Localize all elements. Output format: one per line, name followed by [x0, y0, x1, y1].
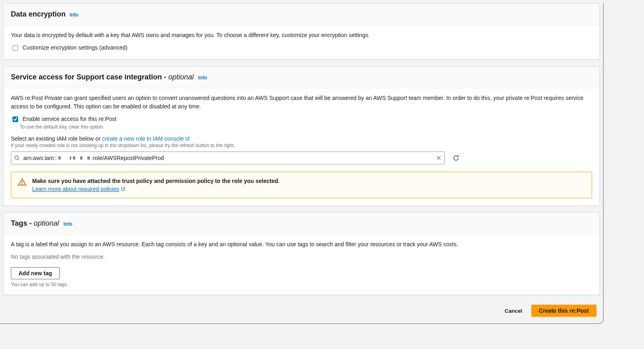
- learn-more-policies-link[interactable]: Learn more about required policies: [32, 186, 126, 192]
- role-combobox[interactable]: arn:aws:iam:: :role/AWSRepostPrivateProd: [11, 152, 445, 164]
- select-role-label: Select an existing IAM role below or cre…: [11, 135, 592, 142]
- tags-empty: No tags associated with the resource.: [11, 253, 592, 260]
- service-access-description: AWS re:Post Private can grant specified …: [11, 94, 592, 111]
- cancel-button[interactable]: Cancel: [499, 305, 528, 317]
- refresh-icon: [452, 154, 460, 162]
- refresh-roles-button[interactable]: [450, 152, 462, 164]
- redacted-segment: [70, 156, 71, 160]
- service-access-title: Service access for Support case integrat…: [11, 73, 196, 81]
- external-link-icon: [185, 136, 190, 141]
- tags-limit-hint: You can add up to 50 tags.: [11, 282, 592, 287]
- customize-encryption-checkbox[interactable]: [12, 45, 18, 51]
- warning-icon: [18, 178, 27, 187]
- enable-service-access-checkbox[interactable]: [12, 116, 18, 122]
- external-link-icon: [121, 187, 126, 191]
- add-new-tag-button[interactable]: Add new tag: [11, 267, 60, 279]
- create-repost-button[interactable]: Create this re:Post: [531, 305, 597, 317]
- policy-warning-alert: Make sure you have attached the trust po…: [11, 172, 592, 198]
- create-role-link[interactable]: create a new role in IAM console: [102, 135, 190, 142]
- redacted-segment: [58, 156, 61, 160]
- tags-description: A tag is a label that you assign to an A…: [11, 240, 592, 249]
- form-footer: Cancel Create this re:Post: [0, 301, 603, 323]
- redacted-segment: [87, 156, 90, 160]
- panel-header-service-access: Service access for Support case integrat…: [4, 66, 599, 88]
- service-access-info-link[interactable]: Info: [198, 75, 207, 81]
- enable-service-access-hint: To use the default key, clear this optio…: [20, 124, 592, 130]
- encryption-info-link[interactable]: Info: [70, 12, 78, 18]
- encryption-title: Data encryption: [11, 10, 66, 18]
- redacted-segment: [80, 156, 83, 160]
- select-role-hint: If your newly created role is not showin…: [11, 143, 592, 148]
- enable-service-access-label[interactable]: Enable service access for this re:Post: [23, 116, 116, 122]
- panel-data-encryption: Data encryption Info Your data is encryp…: [3, 3, 600, 60]
- encryption-description: Your data is encrypted by default with a…: [11, 31, 592, 39]
- panel-service-access: Service access for Support case integrat…: [3, 66, 600, 206]
- customize-encryption-label[interactable]: Customize encryption settings (advanced): [23, 44, 128, 51]
- panel-tags: Tags - optional Info A tag is a label th…: [3, 212, 600, 295]
- clear-input-icon[interactable]: [436, 155, 442, 161]
- alert-title: Make sure you have attached the trust po…: [32, 178, 280, 184]
- svg-point-2: [22, 184, 22, 184]
- tags-title: Tags - optional: [11, 219, 61, 227]
- role-input[interactable]: arn:aws:iam:: :role/AWSRepostPrivateProd: [11, 152, 445, 164]
- tags-info-link[interactable]: Info: [64, 221, 72, 227]
- redacted-segment: [73, 156, 75, 160]
- panel-header-encryption: Data encryption Info: [4, 4, 599, 25]
- panel-header-tags: Tags - optional Info: [4, 213, 599, 235]
